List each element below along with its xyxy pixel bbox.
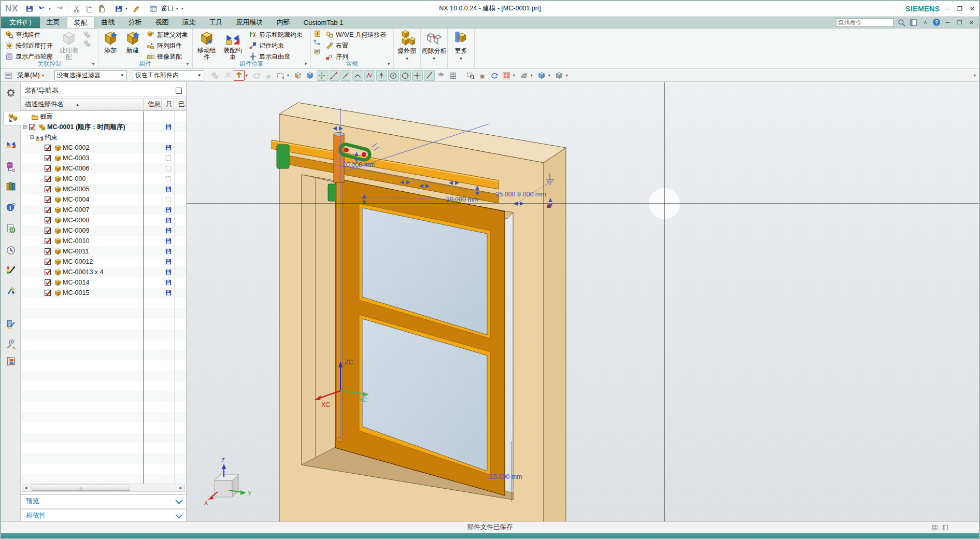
grab-icon[interactable] bbox=[263, 70, 274, 81]
remember-constraints-button[interactable]: 记住约束 bbox=[247, 40, 305, 51]
expander-icon[interactable]: ⊟ bbox=[22, 124, 27, 130]
brush-button[interactable] bbox=[131, 3, 142, 15]
copy-button[interactable] bbox=[83, 3, 95, 15]
visibility-checkbox[interactable] bbox=[44, 289, 52, 297]
minimize-button[interactable]: ─ bbox=[945, 5, 950, 12]
doc-close-icon[interactable]: ✕ bbox=[967, 18, 976, 27]
snap-point-icon[interactable] bbox=[317, 70, 328, 81]
status-list-icon[interactable] bbox=[942, 524, 949, 531]
cut-button[interactable] bbox=[71, 3, 82, 15]
history-icon[interactable] bbox=[3, 243, 19, 258]
new-parent-button[interactable]: 新建父对象 bbox=[145, 30, 190, 40]
part-navigator-icon[interactable] bbox=[3, 159, 19, 174]
visibility-checkbox[interactable] bbox=[44, 217, 52, 224]
more-button[interactable]: 更多 ▼ bbox=[448, 29, 475, 68]
tile-windows-icon[interactable] bbox=[501, 70, 512, 81]
snap-move-icon[interactable] bbox=[251, 70, 262, 81]
visibility-checkbox[interactable] bbox=[44, 154, 52, 162]
visibility-checkbox[interactable] bbox=[44, 196, 52, 204]
tab-曲线[interactable]: 曲线 bbox=[95, 17, 122, 28]
info-tag-icon[interactable]: i bbox=[313, 30, 321, 38]
toolbar-overflow-icon[interactable]: ▾ bbox=[974, 73, 976, 78]
save-as-button[interactable] bbox=[113, 3, 124, 15]
visibility-checkbox[interactable] bbox=[44, 258, 52, 266]
column-name[interactable]: 描述性部件名▲ bbox=[21, 98, 144, 110]
tab-工具[interactable]: 工具 bbox=[203, 17, 230, 28]
column-done[interactable]: 已 bbox=[174, 98, 186, 110]
clip-section-icon[interactable] bbox=[554, 70, 565, 81]
assembly-context-icon[interactable] bbox=[210, 70, 221, 81]
restore-button[interactable]: ❐ bbox=[957, 5, 962, 12]
window-icon[interactable] bbox=[148, 3, 159, 15]
pattern-component-button[interactable]: 阵列组件 bbox=[145, 40, 190, 51]
angled-line-icon[interactable] bbox=[424, 70, 435, 81]
visibility-checkbox[interactable] bbox=[44, 144, 52, 152]
show-hide-constraints-button[interactable]: 显示和隐藏约束 bbox=[247, 30, 305, 40]
visibility-checkbox[interactable] bbox=[44, 248, 52, 256]
wave-geometry-linker-button[interactable]: WAVE 几何链接器 bbox=[323, 30, 388, 40]
group-dialog-caret-icon[interactable]: ▼ bbox=[91, 62, 95, 66]
pole-icon[interactable] bbox=[364, 70, 375, 81]
panel-pin-icon[interactable] bbox=[176, 88, 182, 94]
tab-内部[interactable]: 内部 bbox=[270, 17, 297, 28]
window-menu[interactable]: 窗口 bbox=[161, 4, 174, 13]
wizard-icon[interactable] bbox=[3, 317, 19, 331]
wrench-icon[interactable] bbox=[222, 70, 233, 81]
structure-icon[interactable] bbox=[313, 38, 321, 47]
column-info[interactable]: 信息 bbox=[144, 98, 162, 110]
qat-customize-icon[interactable]: ▾ bbox=[181, 6, 186, 11]
new-component-button[interactable]: 新建 bbox=[123, 30, 143, 62]
visibility-checkbox[interactable] bbox=[29, 123, 36, 131]
view-cube-icon[interactable] bbox=[536, 70, 547, 81]
grid-point-icon[interactable] bbox=[448, 70, 459, 81]
view-orient-icon[interactable] bbox=[293, 70, 304, 81]
utilities-icon[interactable] bbox=[3, 337, 19, 352]
intersection-icon[interactable] bbox=[412, 70, 423, 81]
midpoint-icon[interactable] bbox=[340, 70, 351, 81]
window-frame[interactable] bbox=[335, 178, 505, 495]
marquee-icon[interactable] bbox=[275, 70, 286, 81]
visibility-checkbox[interactable] bbox=[44, 206, 52, 214]
constraint-navigator-icon[interactable] bbox=[3, 137, 19, 151]
dropdown-caret-icon[interactable]: ▾ bbox=[548, 73, 553, 78]
visual-reports-icon[interactable] bbox=[3, 263, 19, 277]
visibility-checkbox[interactable] bbox=[44, 175, 52, 183]
visibility-checkbox[interactable] bbox=[44, 279, 52, 287]
minimize-ribbon-icon[interactable]: ˄ bbox=[921, 18, 930, 27]
dependencies-section[interactable]: 相依性 bbox=[21, 508, 186, 521]
preview-section[interactable]: 预览 bbox=[21, 494, 186, 507]
dropdown-caret-icon[interactable]: ▾ bbox=[246, 73, 250, 78]
visibility-checkbox[interactable] bbox=[44, 165, 52, 173]
arc-point-icon[interactable] bbox=[352, 70, 363, 81]
report-icon[interactable] bbox=[313, 47, 321, 55]
doc-minimize-icon[interactable]: ─ bbox=[943, 18, 952, 27]
vertex-icon[interactable] bbox=[376, 70, 387, 81]
save-caret-icon[interactable]: ▾ bbox=[125, 6, 130, 11]
hd3d-tools-icon[interactable]: i bbox=[3, 200, 19, 214]
clearance-analysis-button[interactable]: 间隙分析 ▼ bbox=[421, 29, 448, 68]
visibility-checkbox[interactable] bbox=[44, 227, 52, 235]
paste-button[interactable] bbox=[96, 3, 107, 15]
roles-gear-icon[interactable] bbox=[3, 86, 19, 100]
dropdown-caret-icon[interactable]: ▾ bbox=[287, 73, 292, 78]
selection-filter-select[interactable]: 没有选择过滤器▼ bbox=[54, 70, 127, 80]
status-grid-icon[interactable] bbox=[931, 524, 939, 531]
move-component-button[interactable]: 移动组件 bbox=[195, 30, 219, 62]
tab-分析[interactable]: 分析 bbox=[122, 17, 149, 28]
group-caret-icon[interactable]: ▼ bbox=[387, 62, 391, 66]
panel-toggle-icon[interactable] bbox=[909, 18, 918, 27]
window-caret-icon[interactable]: ▾ bbox=[176, 6, 180, 11]
exploded-caret-icon[interactable]: ▼ bbox=[405, 56, 409, 61]
redo-button[interactable] bbox=[54, 3, 65, 15]
selection-scope-select[interactable]: 仅在工作部件内▼ bbox=[133, 70, 204, 80]
shaded-cube-icon[interactable] bbox=[305, 70, 316, 81]
circle-center-icon[interactable] bbox=[388, 70, 399, 81]
command-search-input[interactable] bbox=[836, 18, 894, 27]
tab-渲染[interactable]: 渲染 bbox=[176, 17, 203, 28]
reuse-library-icon[interactable] bbox=[3, 179, 19, 193]
quadrant-icon[interactable] bbox=[400, 70, 411, 81]
graphics-viewport[interactable]: 20.000 mm 20.000 mm 25.000 9.000 mm 15.0… bbox=[187, 82, 979, 521]
save-button[interactable] bbox=[24, 3, 35, 15]
face-point-icon[interactable] bbox=[436, 70, 447, 81]
tab-视图[interactable]: 视图 bbox=[149, 17, 176, 28]
